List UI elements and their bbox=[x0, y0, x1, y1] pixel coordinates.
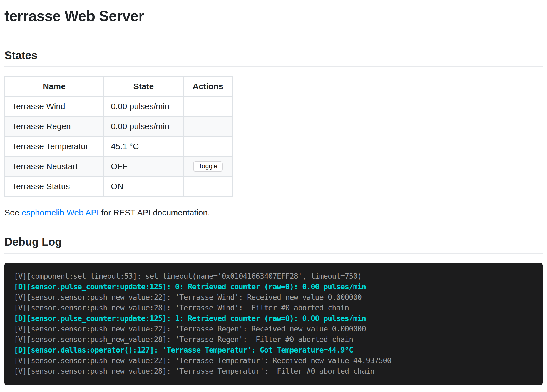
table-row: Terrasse NeustartOFFToggle bbox=[5, 156, 232, 176]
actions-cell bbox=[183, 136, 232, 156]
page: { "page": { "title": "terrasse Web Serve… bbox=[0, 0, 547, 392]
log-line: [D][sensor.pulse_counter:update:125]: 0:… bbox=[14, 282, 533, 292]
log-line: [D][sensor.dallas:operator():127]: 'Terr… bbox=[14, 345, 533, 355]
actions-cell bbox=[183, 116, 232, 136]
actions-cell: Toggle bbox=[183, 156, 232, 176]
esphomelib-web-api-link[interactable]: esphomelib Web API bbox=[22, 208, 99, 217]
states-table: NameStateActions Terrasse Wind0.00 pulse… bbox=[4, 76, 233, 197]
table-row: Terrasse StatusON bbox=[5, 176, 232, 196]
header-row: NameStateActions bbox=[5, 76, 232, 96]
log-line: [V][sensor.sensor:push_new_value:22]: 'T… bbox=[14, 292, 533, 303]
debug-log-heading: Debug Log bbox=[4, 235, 543, 249]
debug-divider bbox=[4, 253, 543, 254]
states-table-body: Terrasse Wind0.00 pulses/minTerrasse Reg… bbox=[5, 96, 232, 196]
log-line: [V][sensor.sensor:push_new_value:28]: 'T… bbox=[14, 303, 533, 313]
log-line: [V][sensor.sensor:push_new_value:28]: 'T… bbox=[14, 366, 533, 376]
name-cell: Terrasse Neustart bbox=[5, 156, 104, 176]
states-table-header: NameStateActions bbox=[5, 76, 232, 96]
log-line: [D][sensor.pulse_counter:update:125]: 1:… bbox=[14, 313, 533, 324]
state-cell: 0.00 pulses/min bbox=[104, 96, 183, 116]
state-cell: OFF bbox=[104, 156, 183, 176]
column-header-actions: Actions bbox=[183, 76, 232, 96]
api-note-prefix: See bbox=[4, 208, 22, 217]
api-note-suffix: for REST API documentation. bbox=[99, 208, 210, 217]
log-line: [V][sensor.sensor:push_new_value:22]: 'T… bbox=[14, 324, 533, 334]
table-row: Terrasse Temperatur45.1 °C bbox=[5, 136, 232, 156]
log-line: [V][sensor.sensor:push_new_value:22]: 'T… bbox=[14, 355, 533, 366]
name-cell: Terrasse Regen bbox=[5, 116, 104, 136]
table-row: Terrasse Regen0.00 pulses/min bbox=[5, 116, 232, 136]
states-divider bbox=[4, 66, 543, 67]
api-note: See esphomelib Web API for REST API docu… bbox=[4, 208, 543, 218]
states-heading: States bbox=[4, 48, 543, 62]
actions-cell bbox=[183, 176, 232, 196]
name-cell: Terrasse Temperatur bbox=[5, 136, 104, 156]
page-title: terrasse Web Server bbox=[4, 7, 543, 25]
actions-cell bbox=[183, 96, 232, 116]
log-line: [V][sensor.sensor:push_new_value:28]: 'T… bbox=[14, 334, 533, 345]
column-header-name: Name bbox=[5, 76, 104, 96]
column-header-state: State bbox=[104, 76, 183, 96]
main-content: terrasse Web Server States NameStateActi… bbox=[0, 7, 547, 385]
name-cell: Terrasse Wind bbox=[5, 96, 104, 116]
state-cell: 45.1 °C bbox=[104, 136, 183, 156]
state-cell: ON bbox=[104, 176, 183, 196]
state-cell: 0.00 pulses/min bbox=[104, 116, 183, 136]
table-row: Terrasse Wind0.00 pulses/min bbox=[5, 96, 232, 116]
name-cell: Terrasse Status bbox=[5, 176, 104, 196]
log-line: [V][component:set_timeout:53]: set_timeo… bbox=[14, 271, 533, 282]
debug-log-panel[interactable]: [V][component:set_timeout:53]: set_timeo… bbox=[4, 263, 543, 385]
title-divider bbox=[4, 41, 543, 41]
toggle-button[interactable]: Toggle bbox=[193, 161, 223, 172]
